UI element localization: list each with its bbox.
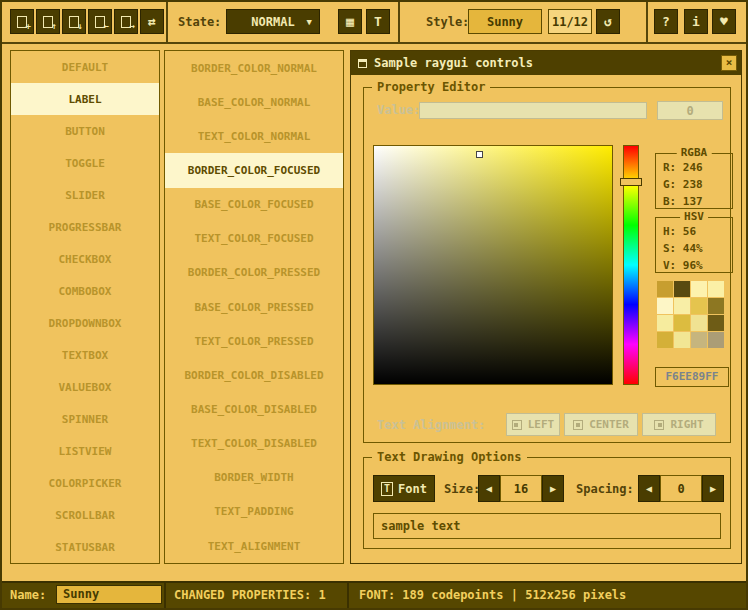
spacing-increase-button[interactable]: ▶	[702, 475, 724, 502]
align-left-icon	[512, 420, 522, 430]
properties-list-item[interactable]: BORDER_WIDTH	[165, 461, 343, 495]
properties-list-item[interactable]: TEXT_COLOR_NORMAL	[165, 119, 343, 153]
style-name-input[interactable]: Sunny	[56, 585, 162, 604]
close-button[interactable]: ×	[721, 55, 737, 71]
style-table-button[interactable]: ▦	[338, 9, 362, 34]
size-increase-button[interactable]: ▶	[542, 475, 564, 502]
palette-swatch[interactable]	[708, 281, 724, 297]
chevron-down-icon: ▼	[307, 17, 312, 27]
style-counter: 11/12	[548, 9, 592, 34]
controls-list-item[interactable]: SCROLLBAR	[11, 499, 159, 531]
saturation-value-picker[interactable]	[373, 145, 613, 385]
font-editor-button[interactable]: T	[366, 9, 390, 34]
name-label: Name:	[10, 587, 46, 603]
random-style-button[interactable]: ⇄	[140, 9, 164, 34]
palette-swatch[interactable]	[657, 298, 673, 314]
controls-list-item[interactable]: LISTVIEW	[11, 435, 159, 467]
properties-list-item[interactable]: TEXT_COLOR_DISABLED	[165, 427, 343, 461]
controls-list-item[interactable]: DROPDOWNBOX	[11, 307, 159, 339]
hex-color-input[interactable]: F6EE89FF	[655, 367, 729, 387]
import-style-button[interactable]: ←	[88, 9, 112, 34]
properties-list-item[interactable]: BORDER_COLOR_DISABLED	[165, 358, 343, 392]
palette-swatch[interactable]	[691, 281, 707, 297]
properties-list-item[interactable]: TEXT_COLOR_PRESSED	[165, 324, 343, 358]
help-button[interactable]: ?	[654, 9, 678, 34]
text-icon: T	[374, 14, 382, 29]
palette-swatch[interactable]	[674, 315, 690, 331]
new-file-icon: +	[17, 16, 27, 28]
style-name-button[interactable]: Sunny	[468, 9, 542, 34]
palette-swatch[interactable]	[691, 298, 707, 314]
state-dropdown[interactable]: NORMAL ▼	[226, 9, 320, 34]
properties-list-item[interactable]: BASE_COLOR_PRESSED	[165, 290, 343, 324]
controls-list-item-selected[interactable]: LABEL	[11, 83, 159, 115]
rgba-blue-value: B: 137	[656, 194, 732, 209]
properties-list-item[interactable]: TEXT_PADDING	[165, 495, 343, 529]
align-center-button[interactable]: CENTER	[564, 413, 638, 436]
hue-slider-handle[interactable]	[620, 178, 642, 186]
style-label: Style:	[426, 14, 469, 30]
properties-list-item[interactable]: TEXT_ALIGNMENT	[165, 529, 343, 563]
statusbar-divider	[347, 583, 349, 608]
size-value-box[interactable]: 16	[500, 475, 542, 502]
font-button[interactable]: T Font	[373, 475, 435, 502]
value-slider[interactable]	[419, 102, 647, 119]
help-icon: ?	[662, 14, 670, 29]
palette-swatch[interactable]	[657, 332, 673, 348]
properties-list-item[interactable]: BASE_COLOR_FOCUSED	[165, 188, 343, 222]
load-file-button[interactable]: ↑	[36, 9, 60, 34]
value-box[interactable]: 0	[657, 101, 723, 120]
window-icon	[358, 59, 367, 68]
properties-list-item[interactable]: BORDER_COLOR_PRESSED	[165, 256, 343, 290]
sample-text-input[interactable]: sample text	[373, 513, 721, 539]
controls-list-item[interactable]: VALUEBOX	[11, 371, 159, 403]
palette-swatch[interactable]	[691, 332, 707, 348]
properties-list-item[interactable]: TEXT_COLOR_FOCUSED	[165, 222, 343, 256]
palette-swatch[interactable]	[708, 332, 724, 348]
palette-swatch[interactable]	[708, 315, 724, 331]
rgba-group-label: RGBA	[677, 146, 712, 160]
size-decrease-button[interactable]: ◀	[478, 475, 500, 502]
style-color-palette	[657, 281, 724, 348]
align-left-button[interactable]: LEFT	[506, 413, 560, 436]
palette-swatch[interactable]	[674, 298, 690, 314]
info-button[interactable]: i	[684, 9, 708, 34]
controls-list-item[interactable]: SLIDER	[11, 179, 159, 211]
sample-window-titlebar[interactable]: Sample raygui controls	[351, 51, 741, 75]
controls-list-item[interactable]: SPINNER	[11, 403, 159, 435]
spacing-value-box[interactable]: 0	[660, 475, 702, 502]
export-style-button[interactable]: →	[114, 9, 138, 34]
properties-list-item-selected[interactable]: BORDER_COLOR_FOCUSED	[165, 153, 343, 187]
palette-swatch[interactable]	[674, 281, 690, 297]
palette-swatch[interactable]	[691, 315, 707, 331]
new-file-button[interactable]: +	[10, 9, 34, 34]
controls-list-item[interactable]: STATUSBAR	[11, 531, 159, 563]
info-icon: i	[692, 14, 700, 29]
controls-list-item[interactable]: BUTTON	[11, 115, 159, 147]
palette-swatch[interactable]	[674, 332, 690, 348]
sponsor-button[interactable]: ♥	[712, 9, 736, 34]
palette-swatch[interactable]	[708, 298, 724, 314]
palette-swatch[interactable]	[657, 281, 673, 297]
controls-list-item[interactable]: COLORPICKER	[11, 467, 159, 499]
heart-icon: ♥	[720, 14, 728, 29]
controls-list-item[interactable]: PROGRESSBAR	[11, 211, 159, 243]
controls-list-item[interactable]: DEFAULT	[11, 51, 159, 83]
align-center-icon	[573, 420, 583, 430]
spacing-decrease-button[interactable]: ◀	[638, 475, 660, 502]
controls-list-item[interactable]: TOGGLE	[11, 147, 159, 179]
properties-list: BORDER_COLOR_NORMAL BASE_COLOR_NORMAL TE…	[164, 50, 344, 564]
color-picker-marker[interactable]	[476, 151, 483, 158]
controls-list-item[interactable]: COMBOBOX	[11, 275, 159, 307]
save-file-button[interactable]: ↓	[62, 9, 86, 34]
properties-list-item[interactable]: BASE_COLOR_DISABLED	[165, 392, 343, 426]
align-right-button[interactable]: RIGHT	[642, 413, 716, 436]
controls-list-item[interactable]: TEXTBOX	[11, 339, 159, 371]
controls-list-item[interactable]: CHECKBOX	[11, 243, 159, 275]
grid-icon: ▦	[346, 14, 354, 29]
palette-swatch[interactable]	[657, 315, 673, 331]
properties-list-item[interactable]: BORDER_COLOR_NORMAL	[165, 51, 343, 85]
controls-list: DEFAULT LABEL BUTTON TOGGLE SLIDER PROGR…	[10, 50, 160, 564]
properties-list-item[interactable]: BASE_COLOR_NORMAL	[165, 85, 343, 119]
reload-style-button[interactable]: ↺	[596, 9, 620, 34]
